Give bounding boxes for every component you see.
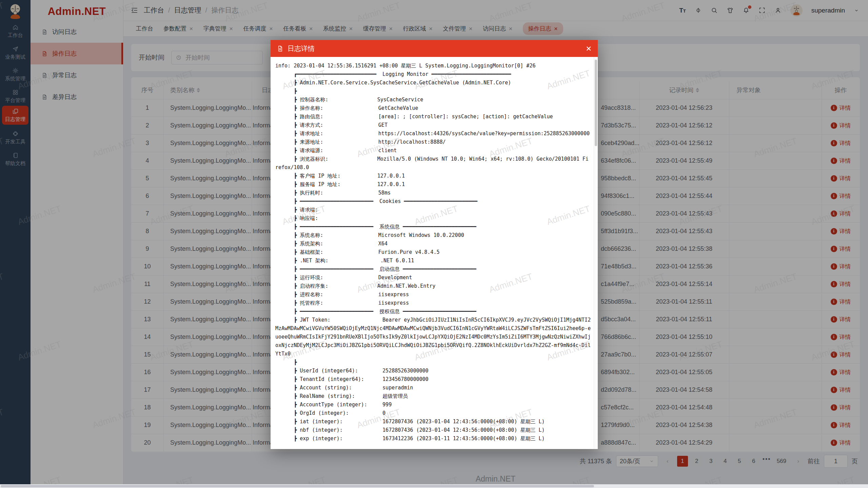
horizontal-scrollbar-thumb[interactable]	[1, 485, 594, 487]
close-icon[interactable]: ✕	[586, 45, 592, 52]
horizontal-scrollbar	[0, 484, 868, 488]
app-root: 工作台业务测试系统管理平台管理日志管理开发工具帮助文档 Admin.NET 访问…	[0, 0, 868, 488]
modal-scrollbar-thumb[interactable]	[595, 60, 597, 146]
log-detail-text: info: 2023-01-04 12:55:36.1516291 +08:00…	[275, 62, 591, 443]
document-icon	[277, 45, 284, 52]
modal-scrollbar	[594, 57, 598, 449]
modal-header: 日志详情 ✕	[271, 40, 598, 57]
modal-body: info: 2023-01-04 12:55:36.1516291 +08:00…	[271, 57, 594, 449]
modal-title: 日志详情	[288, 44, 315, 53]
log-detail-modal: 日志详情 ✕ info: 2023-01-04 12:55:36.1516291…	[271, 40, 598, 449]
